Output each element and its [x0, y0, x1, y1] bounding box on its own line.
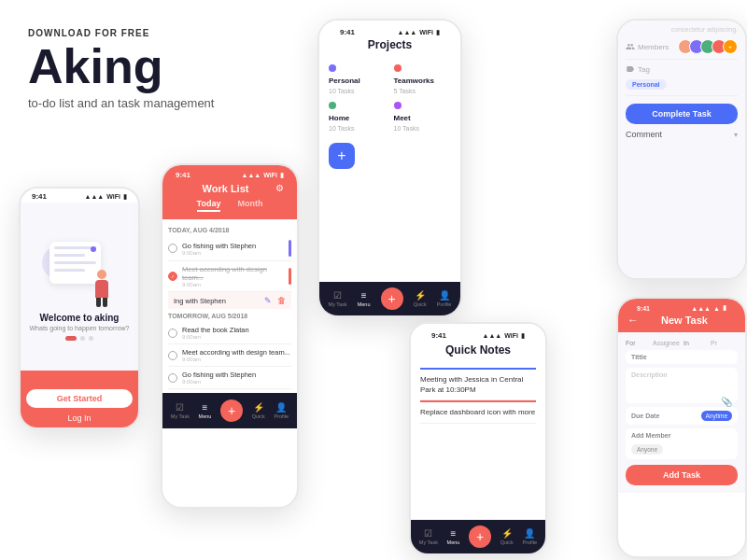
project-tasks-3: 10 Tasks — [329, 125, 387, 132]
in-label: In — [684, 340, 707, 346]
project-name-3: Home — [329, 114, 387, 122]
tag-icon — [626, 64, 635, 74]
welcome-footer: Get Started Log In — [21, 371, 138, 429]
newtask-title: New Task — [644, 315, 725, 326]
title-field[interactable]: Tittle — [626, 350, 738, 364]
p3-nav-fab[interactable]: + — [381, 287, 403, 310]
add-task-button[interactable]: Add Task — [626, 465, 738, 485]
nav-menu[interactable]: ≡ Menu — [199, 402, 212, 419]
signal-icon-5: ▲▲▲ — [482, 332, 501, 339]
task-time-3: 9:00am — [182, 334, 291, 340]
project-personal[interactable]: Personal 10 Tasks — [329, 64, 387, 94]
task-bar-2 — [289, 268, 291, 285]
due-date-row[interactable]: Due Date Anytime — [626, 407, 738, 425]
attachment-icon[interactable]: 📎 — [721, 397, 732, 407]
dot-2 — [80, 336, 85, 341]
projects-title: Projects — [329, 38, 451, 51]
project-home[interactable]: Home 10 Tasks — [329, 102, 387, 132]
illus-line-3 — [54, 261, 96, 264]
tab-today[interactable]: Today — [197, 199, 221, 212]
nav-mytask[interactable]: ☑ My Task — [171, 402, 190, 419]
p5-nav-mytask[interactable]: ☑ My Task — [419, 528, 438, 545]
task-circle-2[interactable] — [168, 272, 177, 281]
quicknotes-header: 9:41 ▲▲▲ WiFi ▮ Quick Notes — [411, 324, 545, 362]
due-date-label: Due Date — [631, 413, 659, 419]
download-label: DOWNLOAD FOR FREE — [28, 28, 233, 38]
app-tagline: to-do list and an task management — [28, 96, 233, 110]
task-circle-4[interactable] — [168, 351, 177, 360]
p3-quick-icon: ⚡ — [415, 290, 426, 301]
p5-nav-quick[interactable]: ⚡ Quick — [500, 528, 514, 545]
p3-quick-label: Quick — [414, 301, 427, 307]
back-icon[interactable]: ← — [627, 314, 639, 327]
project-dot-4 — [394, 102, 402, 109]
status-icons-5: ▲▲▲ WiFi ▮ — [482, 332, 525, 340]
status-icons-1: ▲▲▲ WiFi ▮ — [84, 193, 127, 201]
detail-scroll-hint: consectetur adipiscing. — [626, 26, 738, 33]
p3-nav-quick[interactable]: ⚡ Quick — [414, 290, 427, 307]
p5-mytask-label: My Task — [419, 539, 438, 545]
tab-month[interactable]: Month — [237, 199, 262, 212]
task-circle-5[interactable] — [168, 373, 177, 383]
add-project-button[interactable]: + — [329, 143, 355, 169]
swipe-action-icons: ✎ 🗑 — [264, 296, 286, 305]
due-date-chip[interactable]: Anytime — [701, 411, 732, 421]
p3-nav-mytask[interactable]: ☑ My Task — [329, 290, 347, 307]
carousel-dots — [65, 336, 93, 341]
wifi-icon: WiFi — [106, 193, 120, 200]
avatar-add: + — [728, 44, 732, 49]
desc-field[interactable]: Description 📎 — [626, 368, 738, 403]
task-time-1: 9:00am — [182, 250, 284, 256]
swipe-text: Ing with Stephen — [174, 297, 261, 305]
tag-label: Tag — [638, 65, 738, 74]
mytask-icon: ☑ — [176, 402, 184, 413]
comment-label: Comment — [626, 130, 662, 139]
project-tasks-2: 5 Tasks — [394, 88, 452, 94]
illus-line-4 — [54, 269, 85, 272]
status-icons-6: ▲▲▲ ▲ ▮ — [691, 304, 726, 312]
project-name-1: Personal — [329, 77, 387, 85]
p5-nav-fab[interactable]: + — [469, 525, 491, 548]
complete-task-button[interactable]: Complete Task — [626, 104, 738, 124]
p3-mytask-icon: ☑ — [333, 290, 342, 301]
edit-icon[interactable]: ✎ — [264, 296, 272, 305]
p5-nav-profile[interactable]: 👤 Profile — [523, 528, 538, 545]
worklist-title: Work List — [176, 183, 275, 194]
delete-icon[interactable]: 🗑 — [277, 296, 286, 305]
time-3: 9:41 — [340, 28, 355, 36]
project-meet[interactable]: Meet 10 Tasks — [394, 102, 452, 132]
nav-fab[interactable]: + — [220, 399, 243, 422]
p5-nav-menu[interactable]: ≡ Menu — [447, 528, 460, 545]
task-circle-3[interactable] — [168, 329, 177, 338]
p3-menu-label: Menu — [358, 301, 371, 307]
p3-nav-menu[interactable]: ≡ Menu — [358, 290, 371, 307]
person-leg-r — [103, 298, 107, 307]
task-circle-1[interactable] — [168, 244, 177, 253]
login-button[interactable]: Log In — [67, 413, 91, 423]
time-2: 9:41 — [176, 171, 190, 179]
wifi-icon-6: ▲ — [713, 305, 720, 312]
get-started-button[interactable]: Get Started — [26, 389, 133, 408]
project-name-4: Meet — [394, 114, 452, 122]
filter-icon[interactable]: ⚙ — [275, 183, 284, 193]
tag-row: Tag Personal — [626, 60, 738, 96]
wifi-icon-5: WiFi — [504, 332, 518, 339]
section-label-2: TOMORROW, AUG 5/2018 — [168, 313, 291, 319]
newtask-body: For Assignee In Pr Tittle Description 📎 … — [618, 332, 745, 493]
chevron-down-icon: ▾ — [734, 131, 738, 139]
task-item-4: Meet according with design team... 9:00a… — [168, 344, 291, 367]
worklist-tabs: Today Month — [172, 199, 288, 212]
nav-quick[interactable]: ⚡ Quick — [252, 402, 265, 419]
quicknotes-body: Meeting with Jessica in Central Park at … — [411, 362, 545, 429]
project-teamworks[interactable]: Teamworks 5 Tasks — [394, 64, 452, 94]
nav-profile[interactable]: 👤 Profile — [275, 402, 289, 419]
anyone-chip[interactable]: Anyone — [631, 444, 663, 455]
p5-menu-label: Menu — [447, 539, 460, 545]
tag-chip[interactable]: Personal — [626, 79, 667, 90]
p3-nav-profile[interactable]: 👤 Profile — [437, 290, 452, 307]
add-member-row[interactable]: Add Member Anyone — [626, 428, 738, 459]
add-member-label: Add Member — [631, 432, 732, 439]
task-time-2: 9:00am — [182, 282, 284, 287]
p5-profile-icon: 👤 — [524, 528, 535, 539]
battery-icon-5: ▮ — [521, 332, 525, 340]
